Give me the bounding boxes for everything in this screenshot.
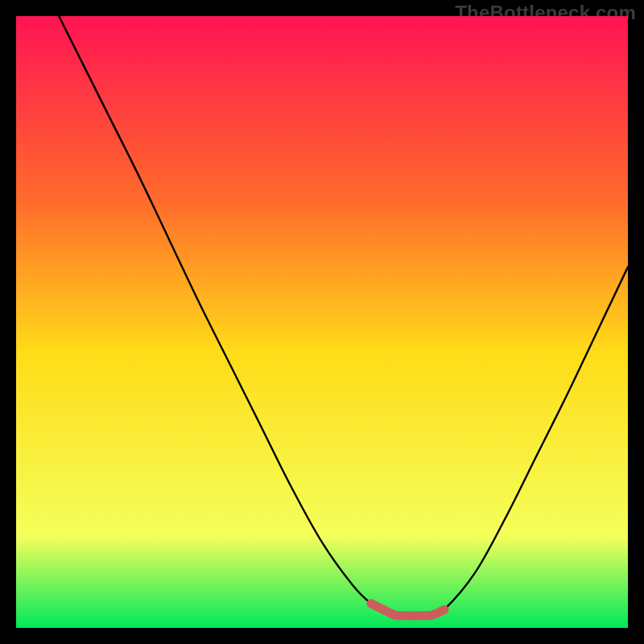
plot-area — [16, 16, 628, 628]
chart-stage: TheBottleneck.com — [0, 0, 644, 644]
gradient-background — [16, 16, 628, 628]
bottleneck-curve-chart — [16, 16, 628, 628]
